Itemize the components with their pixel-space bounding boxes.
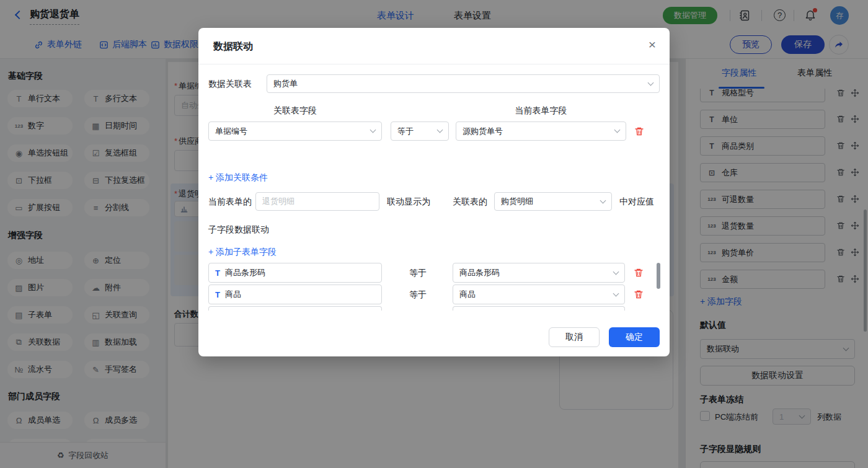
close-icon[interactable]: × (649, 38, 656, 51)
dialog-title: 数据联动 (213, 40, 253, 53)
chevron-down-icon (613, 268, 619, 275)
condition-field-select[interactable]: 单据编号 (208, 121, 382, 141)
subfield-target-select-partial (453, 306, 625, 311)
data-linkage-dialog: 数据联动 × 数据关联表 购货单 关联表字段 当前表单字段 单据编号 等于 源购… (198, 28, 670, 356)
condition-target-select[interactable]: 源购货单号 (456, 121, 626, 141)
chevron-down-icon (648, 79, 654, 86)
subfield-target-select[interactable]: 商品条形码 (453, 263, 625, 283)
column-header-current-field: 当前表单字段 (456, 105, 626, 117)
confirm-button[interactable]: 确定 (609, 327, 660, 347)
add-subform-field-link[interactable]: + 添加子表单字段 (208, 247, 277, 258)
subfield-source-box-partial (208, 306, 382, 311)
delete-condition-icon[interactable] (634, 126, 644, 136)
current-subform-input[interactable]: 退货明细 (255, 192, 379, 211)
mapping-suffix-label: 中对应值 (619, 196, 654, 208)
equals-label: 等于 (409, 268, 427, 279)
condition-operator-select[interactable]: 等于 (391, 121, 449, 141)
relation-table-select[interactable]: 购货单 (267, 74, 660, 93)
column-header-related-field: 关联表字段 (208, 105, 382, 117)
display-as-label: 联动显示为 (387, 196, 430, 208)
chevron-down-icon (370, 127, 376, 133)
subfield-source-box[interactable]: T商品条形码 (208, 263, 382, 283)
related-subform-select[interactable]: 购货明细 (494, 192, 612, 211)
subfield-linkage-title: 子字段数据联动 (208, 224, 269, 236)
current-form-prefix: 当前表单的 (208, 196, 252, 208)
chevron-down-icon (614, 127, 621, 133)
divider (198, 64, 670, 64)
subfield-source-box[interactable]: T商品 (208, 285, 382, 304)
delete-subfield-icon[interactable] (634, 289, 644, 299)
relation-table-label: 数据关联表 (208, 79, 252, 90)
subfield-target-select[interactable]: 商品 (453, 285, 625, 304)
related-table-prefix: 关联表的 (453, 196, 487, 208)
modal-scrollbar[interactable] (657, 263, 660, 289)
delete-subfield-icon[interactable] (634, 268, 644, 278)
chevron-down-icon (437, 127, 443, 133)
equals-label: 等于 (409, 289, 427, 301)
text-icon: T (215, 290, 220, 299)
cancel-button[interactable]: 取消 (549, 327, 600, 347)
chevron-down-icon (600, 197, 606, 203)
add-condition-link[interactable]: + 添加关联条件 (208, 172, 268, 183)
chevron-down-icon (613, 290, 619, 296)
text-icon: T (215, 268, 220, 278)
